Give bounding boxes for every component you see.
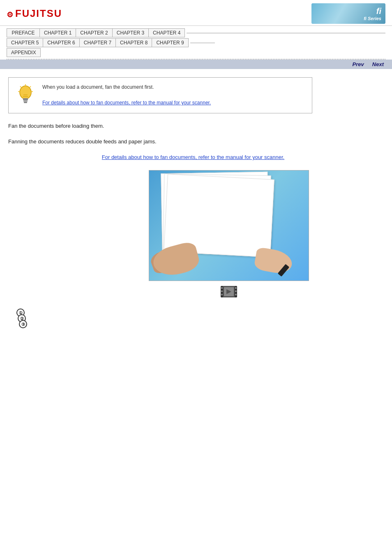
svg-rect-14 <box>221 287 223 289</box>
prev-next-bar: Prev Next <box>0 60 392 69</box>
nav-chapter2[interactable]: CHAPTER 2 <box>76 28 112 37</box>
nav-chapter8[interactable]: CHAPTER 8 <box>115 38 152 47</box>
hint-box: When you load a document, fan the docume… <box>8 77 312 113</box>
document-photo <box>149 170 309 281</box>
fi-series-text: fi fi Series <box>364 7 381 21</box>
prev-button[interactable]: Prev <box>353 61 364 67</box>
nav-chapter9[interactable]: CHAPTER 9 <box>152 38 188 47</box>
svg-rect-18 <box>235 290 237 292</box>
nav-chapter3[interactable]: CHAPTER 3 <box>112 28 148 37</box>
content-link[interactable]: For details about how to fan documents, … <box>102 154 284 160</box>
content-paragraph-1: Fan the documents before loading them. <box>8 122 378 131</box>
nav-line-1 <box>187 33 385 33</box>
hint-link[interactable]: For details about how to fan documents, … <box>42 100 211 106</box>
content-link-container: For details about how to fan documents, … <box>8 153 378 162</box>
paragraph-fan: Fan the documents before loading them. <box>8 122 378 131</box>
svg-line-4 <box>20 86 21 88</box>
lightbulb-icon <box>15 83 36 108</box>
svg-point-0 <box>20 86 31 99</box>
hint-text-content: When you load a document, fan the docume… <box>42 83 211 107</box>
next-button[interactable]: Next <box>372 61 384 67</box>
paragraph-details: Fanning the documents reduces double fee… <box>8 137 378 146</box>
series-text: fi Series <box>364 16 381 21</box>
page-header: ⚙ FUJITSU fi fi Series <box>0 0 392 26</box>
fi-text: fi <box>376 7 381 16</box>
hint-icon-container <box>15 83 37 107</box>
nav-chapter5[interactable]: CHAPTER 5 <box>7 38 43 47</box>
svg-line-2 <box>30 86 31 88</box>
fi-series-logo: fi fi Series <box>311 3 385 24</box>
svg-rect-7 <box>23 100 28 102</box>
nav-container: PREFACE CHAPTER 1 CHAPTER 2 CHAPTER 3 CH… <box>0 26 392 57</box>
camera-film-icon <box>220 284 238 299</box>
hint-paragraph: When you load a document, fan the docume… <box>42 84 211 106</box>
nav-chapter4[interactable]: CHAPTER 4 <box>148 28 185 37</box>
nav-row-3: APPENDIX <box>7 48 385 57</box>
film-icon <box>220 284 238 300</box>
nav-chapter1[interactable]: CHAPTER 1 <box>39 28 76 37</box>
main-content: When you load a document, fan the docume… <box>0 69 392 337</box>
nav-chapter6[interactable]: CHAPTER 6 <box>43 38 79 47</box>
nav-line-2 <box>190 43 215 43</box>
svg-rect-17 <box>235 287 237 289</box>
nav-chapter7[interactable]: CHAPTER 7 <box>79 38 115 47</box>
nav-row-2: CHAPTER 5 CHAPTER 6 CHAPTER 7 CHAPTER 8 … <box>7 38 385 47</box>
content-paragraph-2: Fanning the documents reduces double fee… <box>8 137 378 146</box>
nav-row-1: PREFACE CHAPTER 1 CHAPTER 2 CHAPTER 3 CH… <box>7 28 385 37</box>
step-3-circle: ③ <box>19 320 27 328</box>
nav-appendix[interactable]: APPENDIX <box>7 48 41 57</box>
fujitsu-logo: ⚙ FUJITSU <box>7 8 62 19</box>
photo-container <box>74 170 384 300</box>
svg-rect-6 <box>23 98 28 100</box>
logo-text: FUJITSU <box>15 8 62 19</box>
svg-rect-16 <box>221 294 223 295</box>
svg-rect-15 <box>221 290 223 292</box>
nav-preface[interactable]: PREFACE <box>7 28 39 37</box>
svg-rect-19 <box>235 294 237 295</box>
svg-rect-8 <box>24 102 27 103</box>
gear-icon: ⚙ <box>7 10 14 19</box>
numbered-steps-icon: ① ② ③ <box>16 309 384 326</box>
